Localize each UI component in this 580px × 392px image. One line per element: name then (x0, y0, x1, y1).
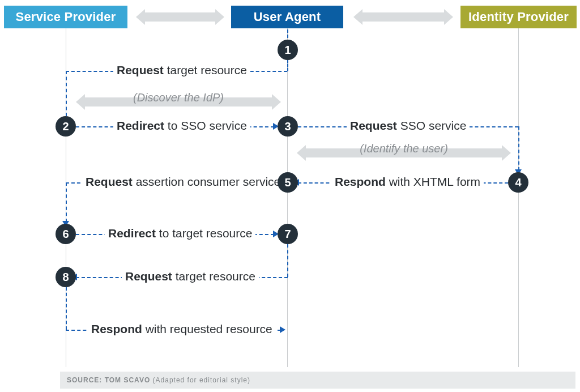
lifeline-ua (287, 28, 288, 367)
column-header-idp: Identity Provider (460, 6, 577, 28)
lifeline-idp (518, 28, 519, 367)
step-badge-6: 6 (56, 224, 76, 244)
label-step-5: Request assertion consumer service (82, 175, 284, 189)
flow-sp-down-to-6 (66, 182, 67, 222)
step-badge-7: 7 (278, 224, 298, 244)
label-step-4: Respond with XHTML form (331, 175, 484, 189)
label-step-2: Redirect to SSO service (113, 119, 250, 133)
flow-1-down (287, 60, 288, 71)
header-arrow-sp-ua (145, 12, 215, 22)
flow-sp-down-to-2 (66, 71, 67, 116)
source-attribution: SOURCE: TOM SCAVO (Adapted for editorial… (60, 372, 575, 389)
flow-7-down (287, 244, 288, 277)
note-identify-user: (Identify the user) (306, 148, 502, 157)
header-arrow-ua-idp (362, 12, 444, 22)
label-step-6: Redirect to target resource (105, 227, 255, 240)
note-discover-idp: (Discover the IdP) (85, 97, 272, 106)
step-badge-2: 2 (56, 116, 76, 137)
step-badge-4: 4 (508, 172, 528, 193)
column-header-ua: User Agent (231, 6, 343, 28)
label-step-8: Request target resource (122, 270, 259, 283)
column-header-sp: Service Provider (4, 6, 127, 28)
flow-idp-down-to-4 (518, 126, 519, 171)
arrow-respond (280, 326, 285, 333)
flow-8-down (66, 287, 67, 330)
step-badge-1: 1 (278, 40, 298, 60)
step-badge-3: 3 (278, 116, 298, 137)
label-step-1: Request target resource (113, 63, 250, 77)
step-badge-5: 5 (278, 172, 298, 193)
label-respond: Respond with requested resource (88, 322, 276, 336)
label-step-3: Request SSO service (347, 119, 470, 133)
saml-flow-diagram: Service Provider User Agent Identity Pro… (0, 0, 580, 392)
step-badge-8: 8 (56, 267, 76, 287)
